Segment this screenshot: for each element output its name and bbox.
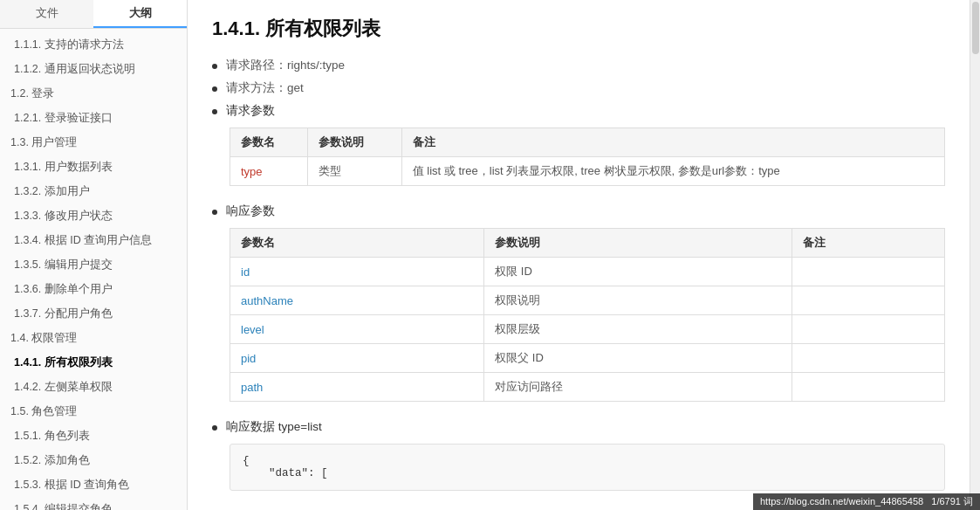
nav-item-1-3-4[interactable]: 1.3.4. 根据 ID 查询用户信息 [0,228,187,252]
response-params-label: 响应参数 [226,203,275,219]
request-path-item: 请求路径：rights/:type [212,58,945,73]
nav-item-1-3[interactable]: 1.3. 用户管理 [0,130,187,155]
sidebar: 文件 大纲 1.1.1. 支持的请求方法1.1.2. 通用返回状态说明1.2. … [0,0,188,510]
request-params-item: 请求参数 [212,103,945,119]
resp-header: 参数名 [230,229,484,258]
nav-item-1-4-2[interactable]: 1.4.2. 左侧菜单权限 [0,375,187,399]
nav-item-1-5-4[interactable]: 1.5.4. 编辑提交角色 [0,497,187,510]
resp-cell [792,258,945,286]
resp-cell: id [230,258,484,286]
page-title: 1.4.1. 所有权限列表 [212,16,945,42]
req-header: 参数名 [230,128,308,157]
nav-item-1-5[interactable]: 1.5. 角色管理 [0,399,187,424]
response-data-label: 响应数据 type=list [226,419,322,435]
request-method-value: get [287,81,304,94]
request-method-label: 请求方法： [226,81,287,94]
resp-header: 参数说明 [484,229,792,258]
req-header: 参数说明 [308,128,401,157]
resp-cell [792,315,945,344]
nav-item-1-5-2[interactable]: 1.5.2. 添加角色 [0,448,187,472]
req-cell: type [230,157,308,186]
resp-cell: authName [230,286,484,315]
request-method-item: 请求方法：get [212,80,945,96]
nav-item-1-2-1[interactable]: 1.2.1. 登录验证接口 [0,106,187,130]
nav-item-1-4[interactable]: 1.4. 权限管理 [0,326,187,350]
nav-item-1-5-3[interactable]: 1.5.3. 根据 ID 查询角色 [0,472,187,497]
scrollbar-track[interactable] [970,0,980,510]
resp-cell [792,373,945,402]
req-cell: 类型 [308,157,401,186]
req-cell: 值 list 或 tree，list 列表显示权限, tree 树状显示权限, … [401,157,944,186]
nav-item-1-3-6[interactable]: 1.3.6. 删除单个用户 [0,277,187,301]
bottom-url: https://blog.csdn.net/weixin_44865458 [760,496,923,507]
bullet-icon-4 [212,210,217,215]
bullet-icon-5 [212,425,217,431]
response-params-table: 参数名参数说明备注id权限 IDauthName权限说明level权限层级pid… [230,228,945,402]
resp-header: 备注 [792,229,945,258]
nav-item-1-3-3[interactable]: 1.3.3. 修改用户状态 [0,203,187,228]
request-path-value: rights/:type [287,59,345,72]
resp-cell [792,344,945,373]
resp-cell: pid [230,344,484,373]
sidebar-nav: 1.1.1. 支持的请求方法1.1.2. 通用返回状态说明1.2. 登录1.2.… [0,29,187,510]
resp-cell [792,286,945,315]
req-header: 备注 [401,128,944,157]
nav-item-1-2[interactable]: 1.2. 登录 [0,81,187,106]
response-data-item: 响应数据 type=list [212,419,945,435]
bullet-icon-2 [212,86,217,92]
resp-cell: 对应访问路径 [484,373,792,402]
nav-item-1-3-7[interactable]: 1.3.7. 分配用户角色 [0,301,187,326]
request-table-container: 参数名参数说明备注type类型值 list 或 tree，list 列表显示权限… [230,128,945,186]
bottom-bar: https://blog.csdn.net/weixin_44865458 1/… [753,493,980,510]
bullet-icon-3 [212,109,217,114]
request-path-label: 请求路径： [226,59,287,72]
tab-outline[interactable]: 大纲 [93,0,187,28]
resp-cell: 权限层级 [484,315,792,344]
resp-cell: path [230,373,484,402]
response-table-container: 参数名参数说明备注id权限 IDauthName权限说明level权限层级pid… [230,228,945,402]
request-method-text: 请求方法：get [226,80,304,96]
request-params-table: 参数名参数说明备注type类型值 list 或 tree，list 列表显示权限… [230,128,945,186]
nav-item-1-1-2[interactable]: 1.1.2. 通用返回状态说明 [0,57,187,81]
response-params-item: 响应参数 [212,203,945,219]
nav-item-1-5-1[interactable]: 1.5.1. 角色列表 [0,424,187,448]
resp-cell: 权限父 ID [484,344,792,373]
nav-item-1-3-5[interactable]: 1.3.5. 编辑用户提交 [0,252,187,277]
resp-cell: 权限 ID [484,258,792,286]
tab-file[interactable]: 文件 [0,0,93,28]
bottom-page-info: 1/6791 词 [931,496,973,507]
nav-item-1-3-2[interactable]: 1.3.2. 添加用户 [0,179,187,203]
request-path-text: 请求路径：rights/:type [226,58,345,73]
nav-item-1-1-1[interactable]: 1.1.1. 支持的请求方法 [0,32,187,57]
main-content: 1.4.1. 所有权限列表 请求路径：rights/:type 请求方法：get… [188,0,970,510]
request-params-label: 请求参数 [226,103,275,119]
resp-cell: 权限说明 [484,286,792,315]
bullet-icon [212,64,217,69]
nav-item-1-3-1[interactable]: 1.3.1. 用户数据列表 [0,155,187,179]
code-block-container: { "data": [ [230,444,945,491]
nav-item-1-4-1[interactable]: 1.4.1. 所有权限列表 [0,350,187,375]
resp-cell: level [230,315,484,344]
scrollbar-thumb[interactable] [972,2,979,54]
sidebar-tabs: 文件 大纲 [0,0,187,29]
code-block: { "data": [ [230,444,945,491]
